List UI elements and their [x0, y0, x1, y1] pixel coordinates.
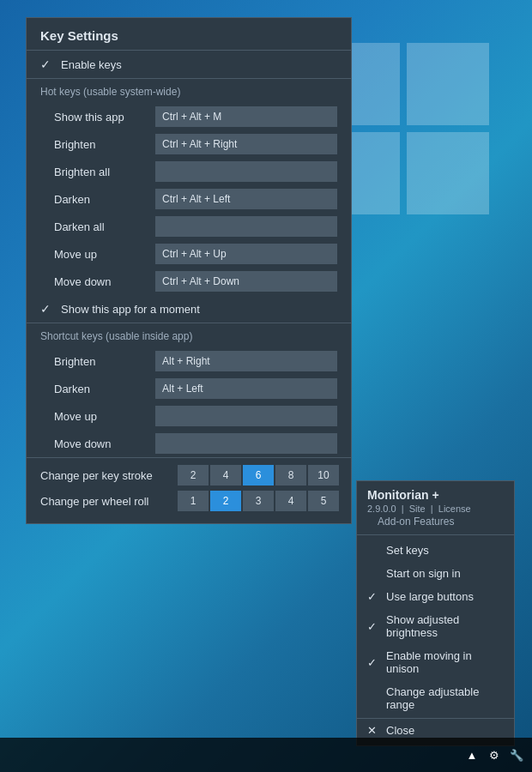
addon-check-set-keys: [367, 544, 381, 557]
addon-version: 2.9.0.0 | Site | License: [367, 504, 504, 514]
change-key-label: Change per key stroke: [40, 469, 178, 482]
show-moment-row[interactable]: ✓ Show this app for a moment: [27, 295, 351, 323]
shortcut-label-move-down: Move down: [54, 437, 148, 450]
hot-keys-section-header: Hot keys (usable system-wide): [27, 79, 351, 103]
hotkey-row-darken-all: Darken all: [27, 213, 351, 240]
hotkey-input-move-up[interactable]: Ctrl + Alt + Up: [155, 244, 337, 264]
hotkey-row-darken: Darken Ctrl + Alt + Left: [27, 185, 351, 213]
key-step-2[interactable]: 2: [178, 465, 209, 486]
key-step-4[interactable]: 4: [210, 465, 241, 486]
addon-divider: [357, 534, 514, 535]
shortcut-row-move-up: Move up: [27, 402, 351, 430]
wheel-step-3[interactable]: 3: [243, 491, 274, 511]
hotkey-label-brighten-all: Brighten all: [54, 166, 148, 178]
change-key-row: Change per key stroke 2 4 6 8 10: [40, 465, 337, 486]
taskbar-settings-icon[interactable]: ⚙: [486, 746, 503, 763]
key-step-8[interactable]: 8: [275, 465, 306, 486]
hotkey-label-move-down: Move down: [54, 275, 148, 288]
hotkey-row-move-up: Move up Ctrl + Alt + Up: [27, 240, 351, 268]
addon-item-moving-unison[interactable]: ✓ Enable moving in unison: [357, 644, 514, 680]
addon-item-large-buttons[interactable]: ✓ Use large buttons: [357, 585, 514, 608]
addon-label-start-sign-in: Start on sign in: [386, 567, 461, 580]
taskbar-system-tray: ▲ ⚙ 🔧: [463, 746, 525, 763]
shortcut-input-move-up[interactable]: [155, 406, 337, 426]
enable-keys-check: ✓: [40, 57, 54, 71]
enable-keys-label: Enable keys: [61, 58, 122, 71]
key-step-10[interactable]: 10: [308, 465, 339, 486]
hotkey-label-darken: Darken: [54, 193, 148, 206]
show-moment-label: Show this app for a moment: [61, 303, 200, 316]
taskbar-tool-icon[interactable]: 🔧: [508, 746, 525, 763]
hotkey-label-darken-all: Darken all: [54, 220, 148, 233]
close-icon: ✕: [367, 724, 381, 737]
shortcut-input-brighten[interactable]: Alt + Right: [155, 351, 337, 371]
hotkey-input-move-down[interactable]: Ctrl + Alt + Down: [155, 271, 337, 292]
shortcut-row-darken: Darken Alt + Left: [27, 375, 351, 402]
wheel-step-2[interactable]: 2: [210, 491, 241, 511]
shortcut-row-brighten: Brighten Alt + Right: [27, 347, 351, 375]
addon-title: Monitorian +: [367, 488, 504, 502]
hotkey-label-move-up: Move up: [54, 248, 148, 261]
enable-keys-row[interactable]: ✓ Enable keys: [27, 51, 351, 78]
addon-item-adjustable-range[interactable]: Change adjustable range: [357, 680, 514, 716]
hotkey-input-show-app[interactable]: Ctrl + Alt + M: [155, 106, 337, 127]
shortcut-label-brighten: Brighten: [54, 355, 148, 368]
hotkey-row-brighten: Brighten Ctrl + Alt + Right: [27, 130, 351, 158]
addon-version-number: 2.9.0.0: [367, 504, 396, 514]
hotkey-label-show-app: Show this app: [54, 111, 148, 124]
shortcut-label-darken: Darken: [54, 383, 148, 395]
addon-item-show-brightness[interactable]: ✓ Show adjusted brightness: [357, 608, 514, 644]
addon-check-moving-unison: ✓: [367, 656, 381, 669]
change-wheel-row: Change per wheel roll 1 2 3 4 5: [40, 491, 337, 511]
hotkey-row-move-down: Move down Ctrl + Alt + Down: [27, 268, 351, 295]
addon-check-start-sign-in: [367, 567, 381, 580]
change-wheel-buttons: 1 2 3 4 5: [178, 491, 339, 511]
change-wheel-label: Change per wheel roll: [40, 495, 178, 508]
hotkey-row-brighten-all: Brighten all: [27, 158, 351, 185]
key-settings-panel: Key Settings ✓ Enable keys Hot keys (usa…: [26, 17, 352, 524]
close-label: Close: [386, 724, 414, 737]
show-moment-check: ✓: [40, 302, 54, 316]
shortcut-keys-section-header: Shortcut keys (usable inside app): [27, 323, 351, 347]
addon-site-link[interactable]: Site: [409, 504, 426, 514]
panel-title: Key Settings: [27, 18, 351, 51]
hotkey-input-darken[interactable]: Ctrl + Alt + Left: [155, 189, 337, 209]
wheel-step-4[interactable]: 4: [275, 491, 306, 511]
hotkey-row-show-app: Show this app Ctrl + Alt + M: [27, 103, 351, 130]
hotkey-input-brighten[interactable]: Ctrl + Alt + Right: [155, 134, 337, 154]
addon-label-show-brightness: Show adjusted brightness: [386, 613, 504, 639]
taskbar: ▲ ⚙ 🔧: [0, 738, 532, 772]
change-key-buttons: 2 4 6 8 10: [178, 465, 339, 486]
addon-check-show-brightness: ✓: [367, 620, 381, 633]
taskbar-chevron-icon[interactable]: ▲: [463, 746, 481, 763]
addon-label-adjustable-range: Change adjustable range: [386, 685, 504, 711]
shortcut-label-move-up: Move up: [54, 410, 148, 423]
shortcut-input-move-down[interactable]: [155, 433, 337, 454]
hotkey-label-brighten: Brighten: [54, 138, 148, 151]
shortcut-row-move-down: Move down: [27, 430, 351, 457]
addon-features-label: Add-on Features: [367, 514, 504, 531]
change-section: Change per key stroke 2 4 6 8 10 Change …: [27, 458, 351, 523]
addon-item-set-keys[interactable]: Set keys: [357, 539, 514, 562]
addon-panel: Monitorian + 2.9.0.0 | Site | License Ad…: [356, 480, 515, 746]
addon-label-set-keys: Set keys: [386, 544, 429, 557]
addon-check-large-buttons: ✓: [367, 590, 381, 603]
addon-header: Monitorian + 2.9.0.0 | Site | License Ad…: [357, 481, 514, 534]
addon-label-moving-unison: Enable moving in unison: [386, 649, 504, 675]
hotkey-input-brighten-all[interactable]: [155, 161, 337, 182]
addon-item-start-sign-in[interactable]: Start on sign in: [357, 562, 514, 585]
shortcut-input-darken[interactable]: Alt + Left: [155, 378, 337, 399]
wheel-step-1[interactable]: 1: [178, 491, 209, 511]
hotkey-input-darken-all[interactable]: [155, 216, 337, 237]
wheel-step-5[interactable]: 5: [308, 491, 339, 511]
addon-check-adjustable-range: [367, 692, 381, 705]
key-step-6[interactable]: 6: [243, 465, 274, 486]
addon-license-link[interactable]: License: [438, 504, 471, 514]
addon-label-large-buttons: Use large buttons: [386, 590, 474, 603]
